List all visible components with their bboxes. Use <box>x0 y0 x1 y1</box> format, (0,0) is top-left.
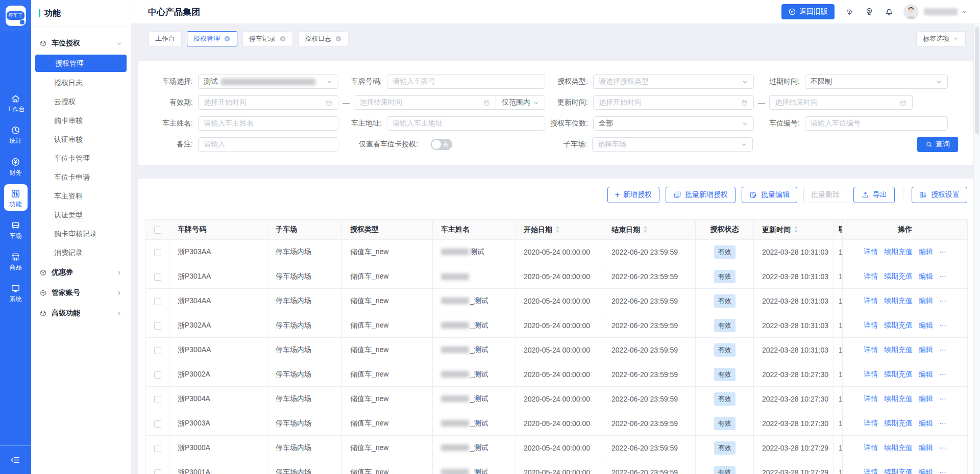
edit-link[interactable]: 编辑 <box>919 468 933 474</box>
sort-icon[interactable] <box>793 225 799 234</box>
renew-recharge-link[interactable]: 续期充值 <box>884 419 913 427</box>
more-actions-link[interactable]: ··· <box>939 296 946 305</box>
edit-link[interactable]: 编辑 <box>919 272 933 280</box>
page-scrollbar[interactable] <box>973 24 980 474</box>
detail-link[interactable]: 详情 <box>864 468 878 474</box>
row-checkbox[interactable] <box>154 445 161 452</box>
renew-recharge-link[interactable]: 续期充值 <box>884 296 913 305</box>
renew-recharge-link[interactable]: 续期充值 <box>884 443 913 452</box>
row-checkbox[interactable] <box>154 322 161 330</box>
sort-icon[interactable] <box>555 225 560 234</box>
row-checkbox[interactable] <box>154 469 161 474</box>
menu-item[interactable]: 认证类型 <box>34 206 128 224</box>
more-actions-link[interactable]: ··· <box>939 370 946 378</box>
sidebar-collapse-button[interactable] <box>0 445 31 474</box>
menu-item[interactable]: 购卡审核 <box>34 111 128 130</box>
renew-recharge-link[interactable]: 续期充值 <box>884 247 913 256</box>
edit-link[interactable]: 编辑 <box>919 321 933 329</box>
more-actions-link[interactable]: ··· <box>939 345 946 354</box>
close-icon[interactable] <box>224 35 231 42</box>
remark-input[interactable]: 请输入 <box>198 137 338 152</box>
renew-recharge-link[interactable]: 续期充值 <box>884 272 913 280</box>
tab-item[interactable]: 工作台 <box>149 31 182 46</box>
card-only-toggle[interactable]: 关 <box>431 139 452 150</box>
owner-name-input[interactable]: 请输入车主姓名 <box>198 116 338 131</box>
batch-add-auth-button[interactable]: 批量新增授权 <box>666 187 736 203</box>
menu-group[interactable]: 车位授权 <box>34 33 128 54</box>
renew-recharge-link[interactable]: 续期充值 <box>884 468 913 474</box>
menu-item[interactable]: 授权管理 <box>35 55 127 72</box>
menu-item[interactable]: 授权日志 <box>34 73 128 92</box>
sort-icon[interactable] <box>643 225 648 234</box>
more-actions-link[interactable]: ··· <box>939 468 946 474</box>
back-to-old-version-button[interactable]: 返回旧版 <box>781 4 835 19</box>
detail-link[interactable]: 详情 <box>864 296 878 305</box>
edit-link[interactable]: 编辑 <box>919 394 933 403</box>
batch-edit-button[interactable]: 批量编辑 <box>742 187 797 203</box>
rail-item-goods[interactable]: 商品 <box>4 247 28 274</box>
menu-group[interactable]: 优惠券 <box>34 262 128 283</box>
app-logo[interactable]: 停车王 <box>0 0 31 31</box>
edit-link[interactable]: 编辑 <box>919 419 933 427</box>
expire-time-select[interactable]: 不限制 <box>805 74 948 89</box>
detail-link[interactable]: 详情 <box>864 247 878 256</box>
renew-recharge-link[interactable]: 续期充值 <box>884 321 913 329</box>
space-number-input[interactable]: 请输入车位编号 <box>805 116 948 131</box>
owner-address-input[interactable]: 请输入车主地址 <box>387 116 545 131</box>
row-checkbox[interactable] <box>154 420 161 428</box>
rail-item-stats[interactable]: 统计 <box>4 121 28 147</box>
add-auth-button[interactable]: + 新增授权 <box>607 187 659 203</box>
edit-link[interactable]: 编辑 <box>919 296 933 305</box>
detail-link[interactable]: 详情 <box>864 370 878 378</box>
renew-recharge-link[interactable]: 续期充值 <box>884 370 913 378</box>
row-checkbox[interactable] <box>154 396 161 403</box>
tab-item[interactable]: 停车记录 <box>242 31 293 46</box>
scrollbar-thumb[interactable] <box>975 27 979 134</box>
auth-type-select[interactable]: 请选择授权类型 <box>593 74 754 89</box>
close-icon[interactable] <box>335 35 342 42</box>
detail-link[interactable]: 详情 <box>864 443 878 452</box>
download-icon[interactable] <box>844 7 854 17</box>
renew-recharge-link[interactable]: 续期充值 <box>884 345 913 354</box>
rail-item-system[interactable]: 系统 <box>4 279 28 306</box>
more-actions-link[interactable]: ··· <box>939 272 946 280</box>
user-avatar[interactable] <box>903 4 919 19</box>
row-checkbox[interactable] <box>154 371 161 379</box>
renew-recharge-link[interactable]: 续期充值 <box>884 394 913 403</box>
row-checkbox[interactable] <box>154 298 161 305</box>
row-checkbox[interactable] <box>154 249 161 256</box>
detail-link[interactable]: 详情 <box>864 272 878 280</box>
edit-link[interactable]: 编辑 <box>919 247 933 256</box>
lightbulb-icon[interactable] <box>864 7 874 17</box>
column-updated[interactable]: 更新时间 <box>754 220 834 240</box>
close-icon[interactable] <box>279 35 286 42</box>
tab-item[interactable]: 授权日志 <box>298 31 349 46</box>
more-actions-link[interactable]: ··· <box>939 247 946 256</box>
lot-select[interactable]: 测试 <box>198 74 338 89</box>
sub-lot-select[interactable]: 选择车场 <box>592 137 753 152</box>
batch-delete-button[interactable]: 批量删除 <box>803 187 847 203</box>
tab-options-button[interactable]: 标签选项 <box>916 31 966 46</box>
more-actions-link[interactable]: ··· <box>939 419 946 427</box>
row-checkbox[interactable] <box>154 347 161 354</box>
detail-link[interactable]: 详情 <box>864 419 878 427</box>
menu-item[interactable]: 车位卡申请 <box>34 168 128 187</box>
menu-item[interactable]: 车位卡管理 <box>34 149 128 168</box>
detail-link[interactable]: 详情 <box>864 345 878 354</box>
update-start-date[interactable]: 选择开始时间 <box>593 95 754 110</box>
menu-item[interactable]: 云授权 <box>34 92 128 111</box>
validity-start-date[interactable]: 选择开始时间 <box>198 95 338 110</box>
edit-link[interactable]: 编辑 <box>919 370 933 378</box>
column-start-date[interactable]: 开始日期 <box>516 220 603 240</box>
more-actions-link[interactable]: ··· <box>939 443 946 452</box>
export-button[interactable]: 导出 <box>853 187 895 203</box>
chevron-down-icon[interactable] <box>961 9 968 15</box>
edit-link[interactable]: 编辑 <box>919 345 933 354</box>
auth-settings-button[interactable]: 授权设置 <box>912 187 967 203</box>
rail-item-features[interactable]: 功能 <box>4 184 28 211</box>
select-all-checkbox[interactable] <box>154 227 161 234</box>
notification-bell-icon[interactable] <box>884 7 894 17</box>
rail-item-finance[interactable]: 财务 <box>4 153 28 179</box>
detail-link[interactable]: 详情 <box>864 394 878 403</box>
menu-group[interactable]: 高级功能 <box>34 303 128 323</box>
